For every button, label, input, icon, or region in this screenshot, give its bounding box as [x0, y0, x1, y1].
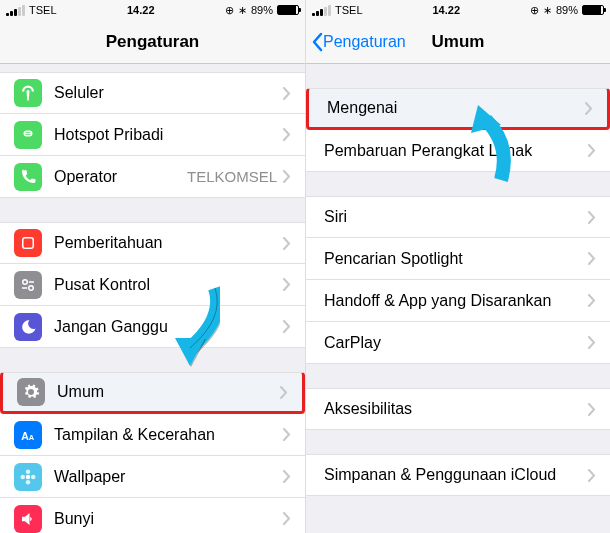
battery-icon — [582, 5, 604, 15]
phone-icon — [14, 163, 42, 191]
row-label: Hotspot Pribadi — [54, 126, 283, 144]
row-seluler[interactable]: Seluler — [0, 72, 305, 114]
gear-icon — [17, 378, 45, 406]
row-carplay[interactable]: CarPlay — [306, 322, 610, 364]
page-title: Pengaturan — [106, 32, 200, 52]
chevron-right-icon — [283, 237, 291, 250]
row-pusat-kontrol[interactable]: Pusat Kontrol — [0, 264, 305, 306]
row-label: Wallpaper — [54, 468, 283, 486]
antenna-icon — [14, 79, 42, 107]
row-label: CarPlay — [324, 334, 588, 352]
svg-text:A: A — [29, 432, 35, 441]
chevron-right-icon — [588, 336, 596, 349]
battery-icon — [277, 5, 299, 15]
carrier-label: TSEL — [29, 4, 57, 16]
general-list: MengenaiPembaruan Perangkat LunakSiriPen… — [306, 64, 610, 496]
clock: 14.22 — [127, 4, 155, 16]
signal-icon — [312, 5, 331, 16]
row-pencarian-spotlight[interactable]: Pencarian Spotlight — [306, 238, 610, 280]
row-pembaruan-perangkat-lunak[interactable]: Pembaruan Perangkat Lunak — [306, 130, 610, 172]
chevron-right-icon — [283, 170, 291, 183]
row-label: Mengenai — [327, 99, 585, 117]
chevron-right-icon — [588, 469, 596, 482]
chevron-right-icon — [588, 144, 596, 157]
row-label: Simpanan & Penggunaan iCloud — [324, 466, 588, 484]
row-tampilan-kecerahan[interactable]: AATampilan & Kecerahan — [0, 414, 305, 456]
back-button[interactable]: Pengaturan — [311, 32, 406, 52]
nav-bar: Pengaturan — [0, 20, 305, 64]
bluetooth-icon: ∗ — [238, 4, 247, 17]
row-handoff-app-yang-disarankan[interactable]: Handoff & App yang Disarankan — [306, 280, 610, 322]
row-label: Pemberitahuan — [54, 234, 283, 252]
carrier-label: TSEL — [335, 4, 363, 16]
row-detail: TELKOMSEL — [187, 168, 277, 185]
textsize-icon: AA — [14, 421, 42, 449]
chevron-right-icon — [283, 428, 291, 441]
square-icon — [14, 229, 42, 257]
row-pemberitahuan[interactable]: Pemberitahuan — [0, 222, 305, 264]
status-bar: TSEL 14.22 ⊕ ∗ 89% — [0, 0, 305, 20]
row-label: Operator — [54, 168, 187, 186]
svg-point-1 — [23, 279, 28, 284]
chevron-right-icon — [588, 211, 596, 224]
signal-icon — [6, 5, 25, 16]
settings-panel: TSEL 14.22 ⊕ ∗ 89% Pengaturan SelulerHot… — [0, 0, 305, 533]
chevron-right-icon — [588, 403, 596, 416]
flower-icon — [14, 463, 42, 491]
svg-point-10 — [21, 474, 26, 479]
svg-point-9 — [26, 480, 31, 485]
sound-icon — [14, 505, 42, 533]
row-label: Pencarian Spotlight — [324, 250, 588, 268]
chevron-right-icon — [283, 512, 291, 525]
nav-bar: Pengaturan Umum — [306, 20, 610, 64]
clock: 14.22 — [432, 4, 460, 16]
row-mengenai[interactable]: Mengenai — [306, 88, 610, 130]
row-jangan-ganggu[interactable]: Jangan Ganggu — [0, 306, 305, 348]
location-icon: ⊕ — [530, 4, 539, 17]
row-umum[interactable]: Umum — [0, 372, 305, 414]
row-operator[interactable]: OperatorTELKOMSEL — [0, 156, 305, 198]
row-label: Siri — [324, 208, 588, 226]
row-aksesibilitas[interactable]: Aksesibilitas — [306, 388, 610, 430]
toggles-icon — [14, 271, 42, 299]
settings-list: SelulerHotspot PribadiOperatorTELKOMSELP… — [0, 64, 305, 533]
moon-icon — [14, 313, 42, 341]
row-label: Handoff & App yang Disarankan — [324, 292, 588, 310]
row-label: Bunyi — [54, 510, 283, 528]
svg-point-7 — [26, 474, 31, 479]
row-wallpaper[interactable]: Wallpaper — [0, 456, 305, 498]
row-label: Tampilan & Kecerahan — [54, 426, 283, 444]
row-bunyi[interactable]: Bunyi — [0, 498, 305, 533]
back-label: Pengaturan — [323, 33, 406, 51]
row-label: Jangan Ganggu — [54, 318, 283, 336]
svg-point-3 — [29, 285, 34, 290]
row-siri[interactable]: Siri — [306, 196, 610, 238]
location-icon: ⊕ — [225, 4, 234, 17]
svg-rect-0 — [23, 238, 34, 249]
general-panel: TSEL 14.22 ⊕ ∗ 89% Pengaturan Umum Menge… — [305, 0, 610, 533]
chevron-right-icon — [283, 128, 291, 141]
svg-point-11 — [31, 474, 36, 479]
row-simpanan-penggunaan-icloud[interactable]: Simpanan & Penggunaan iCloud — [306, 454, 610, 496]
page-title: Umum — [432, 32, 485, 52]
chevron-right-icon — [283, 278, 291, 291]
row-label: Seluler — [54, 84, 283, 102]
chevron-right-icon — [283, 320, 291, 333]
battery-pct: 89% — [251, 4, 273, 16]
battery-pct: 89% — [556, 4, 578, 16]
row-hotspot-pribadi[interactable]: Hotspot Pribadi — [0, 114, 305, 156]
chevron-right-icon — [588, 252, 596, 265]
row-label: Aksesibilitas — [324, 400, 588, 418]
chevron-left-icon — [311, 32, 323, 52]
row-label: Pembaruan Perangkat Lunak — [324, 142, 588, 160]
status-bar: TSEL 14.22 ⊕ ∗ 89% — [306, 0, 610, 20]
bluetooth-icon: ∗ — [543, 4, 552, 17]
svg-point-8 — [26, 469, 31, 474]
chevron-right-icon — [283, 470, 291, 483]
row-label: Umum — [57, 383, 280, 401]
chevron-right-icon — [588, 294, 596, 307]
link-icon — [14, 121, 42, 149]
chevron-right-icon — [283, 87, 291, 100]
row-label: Pusat Kontrol — [54, 276, 283, 294]
chevron-right-icon — [585, 102, 593, 115]
